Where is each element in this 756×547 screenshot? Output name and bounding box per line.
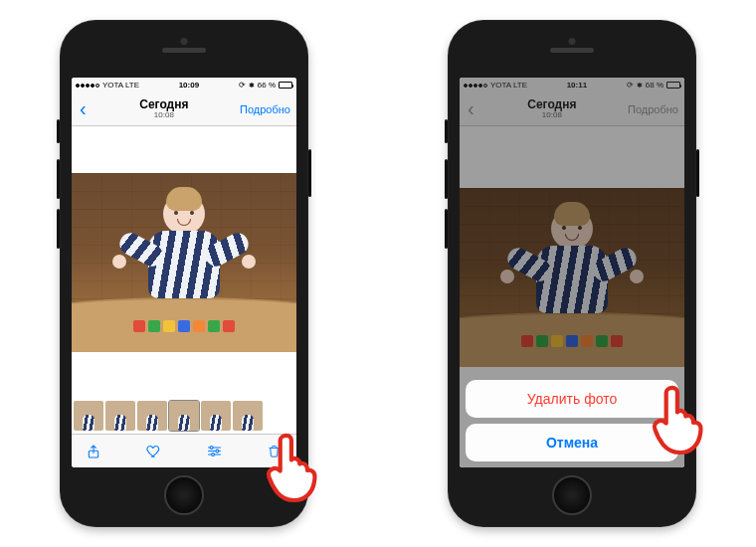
home-button[interactable] xyxy=(164,475,204,515)
volume-down xyxy=(57,209,60,249)
nav-title: Сегодня 10:08 xyxy=(139,98,188,120)
phone-camera xyxy=(569,38,576,45)
nav-title-text: Сегодня xyxy=(139,98,188,111)
cancel-button[interactable]: Отмена xyxy=(466,424,678,461)
thumbnail-selected[interactable] xyxy=(169,401,199,431)
phone-camera xyxy=(181,38,188,45)
volume-up xyxy=(57,159,60,199)
heart-icon[interactable] xyxy=(144,443,164,459)
carrier-label: YOTA LTE xyxy=(102,81,139,90)
home-button[interactable] xyxy=(552,475,592,515)
bluetooth-icon: ✱ xyxy=(249,82,255,90)
thumbnail[interactable] xyxy=(201,401,231,431)
volume-up xyxy=(445,159,448,199)
signal-dots-icon xyxy=(76,84,99,88)
thumbnail[interactable] xyxy=(137,401,167,431)
photo-content xyxy=(72,173,296,352)
screen: YOTA LTE 10:09 ⟳ ✱ 66 % ‹ Сегодня 10:08 … xyxy=(72,78,296,467)
mute-switch xyxy=(57,119,60,143)
thumbnail[interactable] xyxy=(233,401,263,431)
share-icon[interactable] xyxy=(84,444,103,459)
phone-right: YOTA LTE 10:11 ⟳ ✱ 68 % ‹ Сегодня 10:08 … xyxy=(448,20,696,527)
volume-down xyxy=(445,209,448,249)
details-button[interactable]: Подробно xyxy=(240,103,290,115)
nav-subtitle: 10:08 xyxy=(139,111,188,120)
thumbnail[interactable] xyxy=(74,401,103,431)
battery-percent: 66 % xyxy=(258,81,276,90)
delete-photo-button[interactable]: Удалить фото xyxy=(466,380,678,418)
svg-point-1 xyxy=(210,447,213,450)
thumbnail[interactable] xyxy=(105,401,135,431)
screen: YOTA LTE 10:11 ⟳ ✱ 68 % ‹ Сегодня 10:08 … xyxy=(460,78,684,467)
status-time: 10:09 xyxy=(179,81,199,90)
phone-speaker xyxy=(550,48,594,53)
photo-viewer[interactable] xyxy=(72,126,296,398)
phone-left: YOTA LTE 10:09 ⟳ ✱ 66 % ‹ Сегодня 10:08 … xyxy=(60,20,308,527)
phone-speaker xyxy=(162,48,206,53)
battery-icon xyxy=(279,82,292,89)
status-bar: YOTA LTE 10:09 ⟳ ✱ 66 % xyxy=(72,78,296,92)
power-button xyxy=(308,149,311,197)
power-button xyxy=(696,149,699,197)
sliders-icon[interactable] xyxy=(204,443,224,459)
nav-bar: ‹ Сегодня 10:08 Подробно xyxy=(72,92,296,126)
action-sheet-overlay[interactable]: Удалить фото Отмена xyxy=(460,78,684,467)
back-button[interactable]: ‹ xyxy=(78,97,89,120)
svg-point-3 xyxy=(211,454,214,456)
thumbnail-strip[interactable] xyxy=(72,398,296,434)
orientation-lock-icon: ⟳ xyxy=(239,81,246,90)
mute-switch xyxy=(445,119,448,143)
trash-icon[interactable] xyxy=(265,444,284,458)
bottom-toolbar xyxy=(72,434,296,467)
svg-point-2 xyxy=(216,450,219,453)
